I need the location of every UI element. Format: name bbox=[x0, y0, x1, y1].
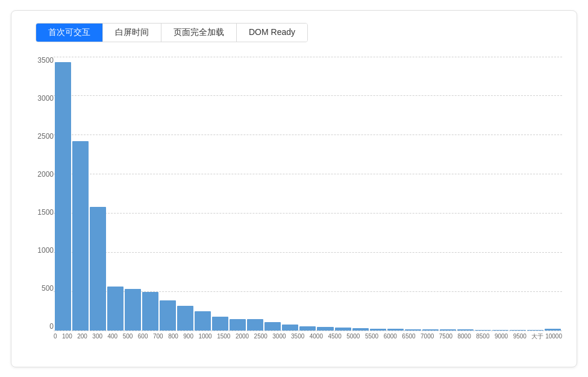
x-label: 6500 bbox=[402, 333, 415, 340]
bar bbox=[264, 322, 281, 331]
x-axis: 0100200300400500600700800900100015002000… bbox=[54, 331, 562, 352]
x-label: 800 bbox=[168, 333, 178, 340]
y-label: 1500 bbox=[37, 209, 54, 216]
x-label: 1500 bbox=[217, 333, 230, 340]
x-label: 7500 bbox=[439, 333, 452, 340]
bar bbox=[212, 317, 228, 331]
x-label: 500 bbox=[123, 333, 133, 340]
y-label: 1000 bbox=[37, 247, 54, 254]
bar bbox=[230, 319, 246, 330]
x-label: 4500 bbox=[328, 333, 341, 340]
x-label: 6000 bbox=[384, 333, 397, 340]
bar bbox=[107, 287, 124, 331]
x-label: 9500 bbox=[513, 333, 527, 340]
x-labels: 0100200300400500600700800900100015002000… bbox=[54, 333, 562, 340]
bar bbox=[55, 62, 71, 331]
x-label: 200 bbox=[77, 333, 87, 340]
x-label: 9000 bbox=[495, 333, 508, 340]
y-label: 3500 bbox=[37, 57, 54, 64]
bar bbox=[142, 292, 158, 331]
performance-panel: 首次可交互白屏时间页面完全加载DOM Ready 350030002500200… bbox=[11, 10, 577, 367]
x-label: 0 bbox=[54, 333, 57, 340]
bar bbox=[177, 306, 193, 331]
y-axis: 3500300025002000150010005000 bbox=[26, 57, 54, 331]
x-label: 400 bbox=[108, 333, 118, 340]
x-label: 4000 bbox=[310, 333, 323, 340]
y-label: 500 bbox=[42, 285, 54, 292]
x-label: 100 bbox=[62, 333, 72, 340]
bar bbox=[247, 319, 263, 330]
chart-area: 3500300025002000150010005000 01002003004… bbox=[26, 57, 562, 352]
y-label: 3000 bbox=[37, 95, 54, 102]
chart-inner bbox=[54, 57, 562, 331]
tab-white[interactable]: 白屏时间 bbox=[103, 24, 161, 42]
x-label: 7000 bbox=[421, 333, 434, 340]
tab-full[interactable]: 页面完全加载 bbox=[161, 24, 237, 42]
x-label: 5000 bbox=[346, 333, 360, 340]
bar bbox=[160, 300, 176, 331]
y-label: 2500 bbox=[37, 133, 54, 140]
y-label: 0 bbox=[49, 323, 54, 330]
bar bbox=[90, 207, 106, 330]
y-label: 2000 bbox=[37, 171, 54, 178]
x-label: 600 bbox=[138, 333, 148, 340]
x-label: 8000 bbox=[458, 333, 471, 340]
x-label: 300 bbox=[92, 333, 102, 340]
bar bbox=[72, 141, 89, 330]
x-label: 3500 bbox=[291, 333, 304, 340]
tab-group: 首次可交互白屏时间页面完全加载DOM Ready bbox=[36, 23, 308, 42]
x-label: 900 bbox=[183, 333, 193, 340]
x-label: 3000 bbox=[272, 333, 286, 340]
x-label: 大于 10000 bbox=[531, 333, 562, 340]
x-label: 1000 bbox=[198, 333, 211, 340]
x-label: 2000 bbox=[236, 333, 249, 340]
bar bbox=[125, 289, 141, 330]
toolbar: 首次可交互白屏时间页面完全加载DOM Ready bbox=[26, 23, 562, 42]
bar bbox=[282, 325, 298, 330]
bars-container bbox=[54, 57, 562, 331]
x-label: 2500 bbox=[254, 333, 267, 340]
tab-dom[interactable]: DOM Ready bbox=[237, 24, 307, 42]
bar bbox=[299, 326, 316, 331]
tab-tti[interactable]: 首次可交互 bbox=[36, 24, 103, 42]
x-label: 700 bbox=[153, 333, 163, 340]
bar bbox=[195, 311, 211, 331]
x-label: 8500 bbox=[476, 333, 489, 340]
x-label: 5500 bbox=[365, 333, 378, 340]
